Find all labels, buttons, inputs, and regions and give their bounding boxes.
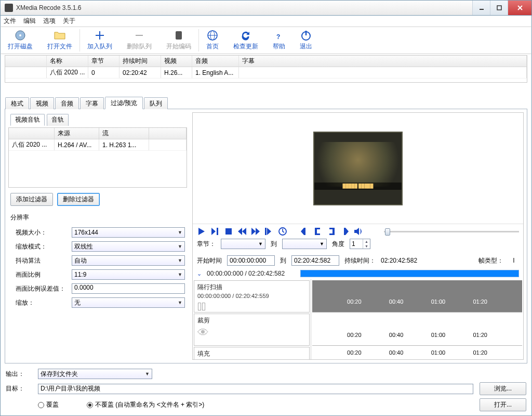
toolbar-home[interactable]: 首页 (199, 27, 226, 54)
no-overwrite-radio[interactable]: 不覆盖 (自动重命名为 <文件名 + 索引>) (87, 400, 204, 409)
seek-bar[interactable] (300, 270, 519, 277)
chevron-down-icon: ▼ (178, 258, 182, 263)
menu-options[interactable]: 选项 (43, 17, 56, 25)
track-interlace[interactable]: 隔行扫描 00:00:00:000 / 02:20:42:559 👁̶ (194, 280, 310, 313)
track-fill[interactable]: 填充 (194, 347, 310, 359)
target-path-input[interactable]: D:\用户目录\我的视频 (38, 384, 473, 394)
disc-icon (15, 30, 26, 41)
source-row[interactable]: 八佰 2020 ... H.264 / AV... 1. H.263 1... (9, 139, 187, 151)
subtab-audio-track[interactable]: 音轨 (47, 114, 69, 126)
mark-in-set-button[interactable] (300, 227, 309, 236)
timeline-area[interactable]: 00:20 00:40 01:00 01:20 00:20 00:40 01:0… (311, 279, 523, 359)
remove-filter-button[interactable]: 删除过滤器 (57, 193, 100, 206)
timeline-interlace[interactable]: 00:20 00:40 01:00 01:20 (312, 280, 522, 313)
frame-step-button[interactable] (264, 227, 274, 236)
aspect-error-input[interactable]: 0.0000 (72, 283, 185, 294)
volume-slider[interactable] (384, 231, 519, 232)
chevron-down-icon: ▼ (178, 300, 182, 305)
toolbar-add-queue[interactable]: 加入队列 (80, 27, 119, 54)
clock-icon[interactable] (278, 227, 287, 236)
minimize-button[interactable] (472, 1, 490, 15)
scale-mode-label: 缩放模式： (16, 242, 68, 251)
toolbar-exit[interactable]: 退出 (292, 27, 320, 54)
power-icon (300, 30, 312, 41)
toolbar-check-update[interactable]: 检查更新 (226, 27, 265, 54)
track-crop[interactable]: 裁剪 👁 (194, 314, 310, 346)
add-filter-button[interactable]: 添加过滤器 (10, 193, 53, 206)
file-row[interactable]: 八佰 2020 ... 0 02:20:42 H.26... 1. Englis… (5, 67, 527, 79)
toolbar-remove-queue[interactable]: 删除队列 (119, 27, 159, 54)
chapter-to-select[interactable]: ▼ (282, 239, 327, 249)
toolbar-start-encode[interactable]: 开始编码 (159, 27, 198, 54)
mark-out-set-button[interactable] (340, 227, 350, 236)
tab-audio[interactable]: 音频 (55, 97, 79, 109)
menu-edit[interactable]: 编辑 (23, 17, 36, 25)
next-button[interactable] (210, 227, 220, 236)
step-back-button[interactable] (237, 227, 247, 236)
col-audio[interactable]: 音频 (192, 56, 239, 67)
play-button[interactable] (197, 227, 206, 236)
aspect-ratio-select[interactable]: 11:9▼ (72, 269, 185, 280)
end-time-input[interactable]: 02:20:42:582 (291, 255, 339, 266)
overwrite-radio[interactable]: 覆盖 (38, 400, 59, 409)
target-label: 目标： (6, 384, 32, 393)
file-list[interactable]: 名称 章节 持续时间 视频 音频 字幕 八佰 2020 ... 0 02:20:… (5, 55, 527, 83)
duration-value: 02:20:42:582 (381, 257, 417, 264)
angle-label: 角度 (332, 240, 344, 249)
menu-about[interactable]: 关于 (63, 17, 75, 25)
source-grid[interactable]: 来源 流 八佰 2020 ... H.264 / AV... 1. H.263 … (8, 127, 187, 188)
col-subtitle[interactable]: 字幕 (239, 56, 527, 67)
mark-out-button[interactable] (327, 227, 336, 236)
browse-button[interactable]: 浏览... (480, 382, 526, 395)
stop-button[interactable] (224, 227, 233, 236)
subtab-video-track[interactable]: 视频音轨 (10, 114, 45, 126)
angle-spinner[interactable]: 1▲▼ (350, 239, 370, 249)
chapter-from-select[interactable]: ▼ (221, 239, 265, 249)
eye-off-icon[interactable]: 👁̶ (197, 301, 306, 313)
aspect-ratio-label: 画面比例 (16, 270, 68, 279)
svg-rect-15 (225, 228, 232, 235)
seek-collapse-icon[interactable]: ⌄ (197, 270, 202, 277)
player-controls (197, 227, 363, 236)
maximize-button[interactable] (490, 1, 508, 15)
col-duration[interactable]: 持续时间 (119, 56, 161, 67)
col-stream[interactable]: 流 (99, 128, 149, 139)
col-source[interactable]: 来源 (55, 128, 99, 139)
svg-line-2 (518, 6, 522, 10)
output-mode-select[interactable]: 保存到文件夹▼ (38, 369, 152, 379)
svg-rect-16 (265, 228, 267, 235)
svg-rect-7 (176, 31, 182, 40)
eye-icon[interactable]: 👁 (197, 327, 306, 339)
video-size-label: 视频大小： (16, 228, 68, 237)
titlebar: XMedia Recode 3.5.1.6 (0, 0, 532, 16)
zoom-select[interactable]: 无▼ (72, 297, 185, 308)
tab-subtitle[interactable]: 字幕 (80, 97, 104, 109)
mark-in-button[interactable] (313, 227, 323, 236)
step-fwd-button[interactable] (251, 227, 260, 236)
tab-video[interactable]: 视频 (30, 97, 54, 109)
svg-rect-6 (136, 35, 143, 36)
tab-filter-preview[interactable]: 过滤/预览 (105, 97, 143, 109)
menu-file[interactable]: 文件 (4, 17, 16, 25)
col-video[interactable]: 视频 (161, 56, 192, 67)
volume-icon[interactable] (354, 227, 363, 236)
tab-queue[interactable]: 队列 (144, 97, 168, 109)
dither-label: 抖动算法 (16, 256, 68, 265)
toolbar-help[interactable]: ? 帮助 (265, 27, 292, 54)
start-time-input[interactable]: 00:00:00:000 (227, 255, 275, 266)
close-button[interactable] (508, 1, 531, 15)
open-button[interactable]: 打开... (480, 398, 526, 411)
video-size-select[interactable]: 176x144▼ (72, 227, 185, 238)
timeline-fill[interactable]: 00:20 00:40 01:00 01:20 (312, 347, 522, 359)
dither-select[interactable]: 自动▼ (72, 255, 185, 266)
frametype-label: 帧类型： (478, 256, 503, 265)
col-chapter[interactable]: 章节 (88, 56, 119, 67)
tab-format[interactable]: 格式 (5, 97, 29, 109)
toolbar-open-file[interactable]: 打开文件 (40, 27, 79, 54)
scale-mode-select[interactable]: 双线性▼ (72, 241, 185, 252)
toolbar-open-disc[interactable]: 打开磁盘 (1, 27, 40, 54)
timeline-crop[interactable]: 00:20 00:40 01:00 01:20 (312, 314, 522, 346)
video-preview: █████ █████ (193, 113, 523, 224)
globe-icon (207, 30, 218, 41)
col-name[interactable]: 名称 (47, 56, 88, 67)
